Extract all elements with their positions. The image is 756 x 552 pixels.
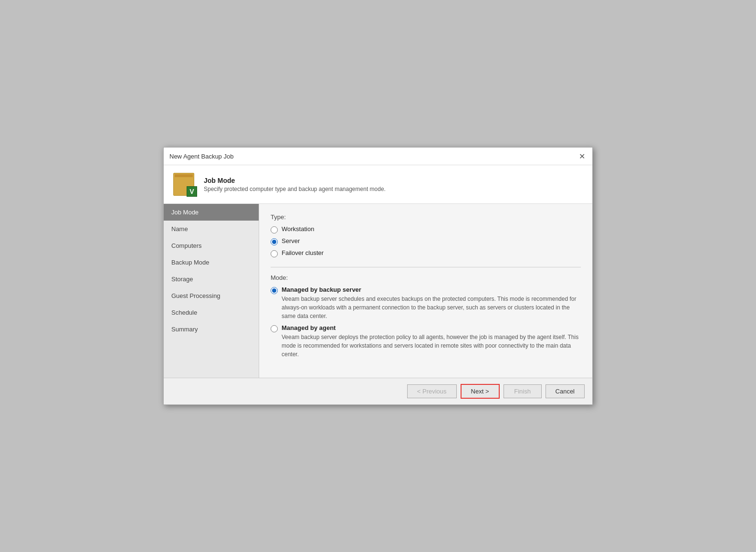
veeam-logo-icon: V [187, 186, 197, 197]
mode-managed-agent-item[interactable]: Managed by agent Veeam backup server dep… [271, 324, 581, 359]
header-text: Job Mode Specify protected computer type… [204, 177, 386, 192]
header-description: Specify protected computer type and back… [204, 186, 386, 192]
mode-radio-group: Managed by backup server Veeam backup se… [271, 286, 581, 359]
title-bar: New Agent Backup Job ✕ [164, 148, 592, 165]
type-failover-radio[interactable] [271, 250, 278, 257]
sidebar-item-job-mode[interactable]: Job Mode [164, 204, 259, 221]
header-icon: V [172, 172, 197, 197]
divider [271, 267, 581, 267]
sidebar-item-summary[interactable]: Summary [164, 321, 259, 338]
previous-button[interactable]: < Previous [407, 384, 457, 398]
mode-managed-server-radio[interactable] [271, 287, 278, 294]
next-button[interactable]: Next > [461, 384, 500, 399]
sidebar-item-backup-mode[interactable]: Backup Mode [164, 254, 259, 271]
type-radio-group: Workstation Server Failover cluster [271, 225, 581, 257]
mode-managed-agent-description: Veeam backup server deploys the protecti… [282, 333, 581, 359]
footer: < Previous Next > Finish Cancel [164, 378, 592, 404]
close-button[interactable]: ✕ [577, 151, 587, 161]
mode-managed-agent-label: Managed by agent [282, 324, 336, 331]
mode-managed-server-label: Managed by backup server [282, 286, 361, 293]
dialog-title: New Agent Backup Job [169, 153, 233, 160]
sidebar-item-computers[interactable]: Computers [164, 237, 259, 254]
type-server-label: Server [282, 237, 300, 244]
type-workstation-label: Workstation [282, 225, 314, 233]
content-area: Type: Workstation Server Failover cluste… [259, 204, 592, 378]
type-server-radio[interactable] [271, 238, 278, 245]
header-area: V Job Mode Specify protected computer ty… [164, 165, 592, 204]
finish-button[interactable]: Finish [504, 384, 542, 398]
type-server-item[interactable]: Server [271, 237, 581, 245]
mode-managed-agent-radio[interactable] [271, 325, 278, 332]
sidebar-item-name[interactable]: Name [164, 221, 259, 237]
sidebar-item-storage[interactable]: Storage [164, 271, 259, 287]
type-failover-label: Failover cluster [282, 249, 324, 256]
header-title: Job Mode [204, 177, 386, 184]
sidebar-item-schedule[interactable]: Schedule [164, 304, 259, 321]
type-failover-item[interactable]: Failover cluster [271, 249, 581, 257]
type-workstation-item[interactable]: Workstation [271, 225, 581, 234]
main-content: Job Mode Name Computers Backup Mode Stor… [164, 204, 592, 378]
mode-managed-server-description: Veeam backup server schedules and execut… [282, 295, 581, 320]
sidebar-item-guest-processing[interactable]: Guest Processing [164, 287, 259, 304]
type-workstation-radio[interactable] [271, 226, 278, 234]
mode-label: Mode: [271, 274, 581, 281]
mode-managed-server-item[interactable]: Managed by backup server Veeam backup se… [271, 286, 581, 320]
dialog: New Agent Backup Job ✕ V Job Mode Specif… [163, 147, 593, 405]
cancel-button[interactable]: Cancel [546, 384, 585, 398]
sidebar: Job Mode Name Computers Backup Mode Stor… [164, 204, 259, 378]
type-label: Type: [271, 213, 581, 221]
